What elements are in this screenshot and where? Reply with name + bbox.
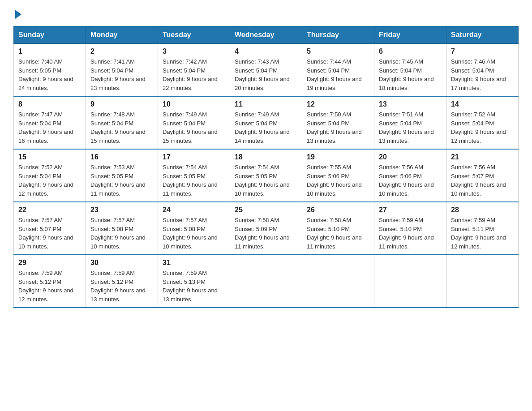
day-info: Sunrise: 7:58 AMSunset: 5:10 PMDaylight:…	[307, 216, 369, 251]
calendar-cell: 27Sunrise: 7:59 AMSunset: 5:10 PMDayligh…	[374, 202, 446, 255]
calendar-cell	[302, 255, 374, 308]
day-number: 6	[379, 47, 442, 56]
logo	[13, 9, 21, 19]
day-number: 24	[163, 206, 225, 214]
calendar-cell: 2Sunrise: 7:41 AMSunset: 5:04 PMDaylight…	[86, 44, 158, 97]
calendar-cell: 12Sunrise: 7:50 AMSunset: 5:04 PMDayligh…	[302, 96, 374, 149]
day-number: 19	[307, 153, 369, 161]
calendar-cell: 24Sunrise: 7:57 AMSunset: 5:08 PMDayligh…	[158, 202, 230, 255]
calendar-header-row: SundayMondayTuesdayWednesdayThursdayFrid…	[14, 26, 519, 44]
day-number: 4	[235, 47, 297, 56]
day-of-week-header: Friday	[374, 26, 446, 44]
calendar-cell: 6Sunrise: 7:45 AMSunset: 5:04 PMDaylight…	[374, 44, 446, 97]
day-info: Sunrise: 7:59 AMSunset: 5:12 PMDaylight:…	[90, 269, 153, 304]
calendar-week-row: 22Sunrise: 7:57 AMSunset: 5:07 PMDayligh…	[14, 202, 519, 255]
calendar-cell: 13Sunrise: 7:51 AMSunset: 5:04 PMDayligh…	[374, 96, 446, 149]
calendar-week-row: 8Sunrise: 7:47 AMSunset: 5:04 PMDaylight…	[14, 96, 519, 149]
day-number: 5	[307, 47, 369, 56]
day-info: Sunrise: 7:57 AMSunset: 5:08 PMDaylight:…	[163, 216, 225, 251]
calendar-cell: 23Sunrise: 7:57 AMSunset: 5:08 PMDayligh…	[86, 202, 158, 255]
day-number: 11	[235, 100, 297, 108]
day-number: 30	[90, 259, 153, 267]
day-number: 14	[451, 100, 514, 108]
day-number: 21	[451, 153, 514, 161]
day-info: Sunrise: 7:41 AMSunset: 5:04 PMDaylight:…	[90, 57, 153, 92]
calendar-cell: 29Sunrise: 7:59 AMSunset: 5:12 PMDayligh…	[14, 255, 86, 308]
calendar-table: SundayMondayTuesdayWednesdayThursdayFrid…	[13, 26, 519, 308]
day-number: 3	[163, 47, 225, 56]
calendar-week-row: 15Sunrise: 7:52 AMSunset: 5:04 PMDayligh…	[14, 149, 519, 202]
day-number: 8	[18, 100, 81, 108]
day-info: Sunrise: 7:54 AMSunset: 5:05 PMDaylight:…	[235, 163, 297, 198]
day-of-week-header: Thursday	[302, 26, 374, 44]
day-info: Sunrise: 7:57 AMSunset: 5:07 PMDaylight:…	[18, 216, 81, 251]
calendar-cell: 16Sunrise: 7:53 AMSunset: 5:05 PMDayligh…	[86, 149, 158, 202]
day-info: Sunrise: 7:47 AMSunset: 5:04 PMDaylight:…	[18, 110, 81, 145]
day-of-week-header: Tuesday	[158, 26, 230, 44]
day-number: 16	[90, 153, 153, 161]
day-info: Sunrise: 7:43 AMSunset: 5:04 PMDaylight:…	[235, 57, 297, 92]
calendar-cell: 1Sunrise: 7:40 AMSunset: 5:05 PMDaylight…	[14, 44, 86, 97]
calendar-cell	[230, 255, 302, 308]
day-info: Sunrise: 7:59 AMSunset: 5:10 PMDaylight:…	[379, 216, 442, 251]
day-info: Sunrise: 7:56 AMSunset: 5:07 PMDaylight:…	[451, 163, 514, 198]
calendar-cell	[446, 255, 519, 308]
day-info: Sunrise: 7:52 AMSunset: 5:04 PMDaylight:…	[18, 163, 81, 198]
calendar-cell: 5Sunrise: 7:44 AMSunset: 5:04 PMDaylight…	[302, 44, 374, 97]
day-of-week-header: Wednesday	[230, 26, 302, 44]
calendar-cell	[374, 255, 446, 308]
calendar-cell: 25Sunrise: 7:58 AMSunset: 5:09 PMDayligh…	[230, 202, 302, 255]
calendar-week-row: 1Sunrise: 7:40 AMSunset: 5:05 PMDaylight…	[14, 44, 519, 97]
day-of-week-header: Saturday	[446, 26, 519, 44]
day-number: 25	[235, 206, 297, 214]
calendar-cell: 26Sunrise: 7:58 AMSunset: 5:10 PMDayligh…	[302, 202, 374, 255]
day-info: Sunrise: 7:51 AMSunset: 5:04 PMDaylight:…	[379, 110, 442, 145]
calendar-cell: 30Sunrise: 7:59 AMSunset: 5:12 PMDayligh…	[86, 255, 158, 308]
calendar-cell: 22Sunrise: 7:57 AMSunset: 5:07 PMDayligh…	[14, 202, 86, 255]
calendar-cell: 31Sunrise: 7:59 AMSunset: 5:13 PMDayligh…	[158, 255, 230, 308]
day-info: Sunrise: 7:50 AMSunset: 5:04 PMDaylight:…	[307, 110, 369, 145]
day-number: 22	[18, 206, 81, 214]
day-number: 20	[379, 153, 442, 161]
day-info: Sunrise: 7:56 AMSunset: 5:06 PMDaylight:…	[379, 163, 442, 198]
calendar-week-row: 29Sunrise: 7:59 AMSunset: 5:12 PMDayligh…	[14, 255, 519, 308]
day-info: Sunrise: 7:55 AMSunset: 5:06 PMDaylight:…	[307, 163, 369, 198]
day-number: 1	[18, 47, 81, 56]
day-number: 28	[451, 206, 514, 214]
calendar-cell: 19Sunrise: 7:55 AMSunset: 5:06 PMDayligh…	[302, 149, 374, 202]
day-info: Sunrise: 7:44 AMSunset: 5:04 PMDaylight:…	[307, 57, 369, 92]
day-of-week-header: Monday	[86, 26, 158, 44]
day-number: 27	[379, 206, 442, 214]
day-of-week-header: Sunday	[14, 26, 86, 44]
day-number: 15	[18, 153, 81, 161]
day-info: Sunrise: 7:59 AMSunset: 5:12 PMDaylight:…	[18, 269, 81, 304]
day-info: Sunrise: 7:59 AMSunset: 5:11 PMDaylight:…	[451, 216, 514, 251]
day-info: Sunrise: 7:48 AMSunset: 5:04 PMDaylight:…	[90, 110, 153, 145]
day-info: Sunrise: 7:52 AMSunset: 5:04 PMDaylight:…	[451, 110, 514, 145]
day-number: 13	[379, 100, 442, 108]
calendar-cell: 21Sunrise: 7:56 AMSunset: 5:07 PMDayligh…	[446, 149, 519, 202]
day-info: Sunrise: 7:57 AMSunset: 5:08 PMDaylight:…	[90, 216, 153, 251]
calendar-cell: 11Sunrise: 7:49 AMSunset: 5:04 PMDayligh…	[230, 96, 302, 149]
day-info: Sunrise: 7:42 AMSunset: 5:04 PMDaylight:…	[163, 57, 225, 92]
calendar-cell: 3Sunrise: 7:42 AMSunset: 5:04 PMDaylight…	[158, 44, 230, 97]
day-number: 31	[163, 259, 225, 267]
calendar-cell: 10Sunrise: 7:49 AMSunset: 5:04 PMDayligh…	[158, 96, 230, 149]
day-number: 7	[451, 47, 514, 56]
day-number: 12	[307, 100, 369, 108]
day-info: Sunrise: 7:58 AMSunset: 5:09 PMDaylight:…	[235, 216, 297, 251]
calendar-cell: 28Sunrise: 7:59 AMSunset: 5:11 PMDayligh…	[446, 202, 519, 255]
calendar-cell: 14Sunrise: 7:52 AMSunset: 5:04 PMDayligh…	[446, 96, 519, 149]
day-info: Sunrise: 7:40 AMSunset: 5:05 PMDaylight:…	[18, 57, 81, 92]
calendar-cell: 20Sunrise: 7:56 AMSunset: 5:06 PMDayligh…	[374, 149, 446, 202]
day-number: 9	[90, 100, 153, 108]
day-info: Sunrise: 7:46 AMSunset: 5:04 PMDaylight:…	[451, 57, 514, 92]
day-number: 23	[90, 206, 153, 214]
day-number: 18	[235, 153, 297, 161]
calendar-cell: 15Sunrise: 7:52 AMSunset: 5:04 PMDayligh…	[14, 149, 86, 202]
logo-arrow-icon	[15, 10, 21, 19]
day-number: 26	[307, 206, 369, 214]
day-info: Sunrise: 7:45 AMSunset: 5:04 PMDaylight:…	[379, 57, 442, 92]
day-number: 10	[163, 100, 225, 108]
calendar-cell: 8Sunrise: 7:47 AMSunset: 5:04 PMDaylight…	[14, 96, 86, 149]
